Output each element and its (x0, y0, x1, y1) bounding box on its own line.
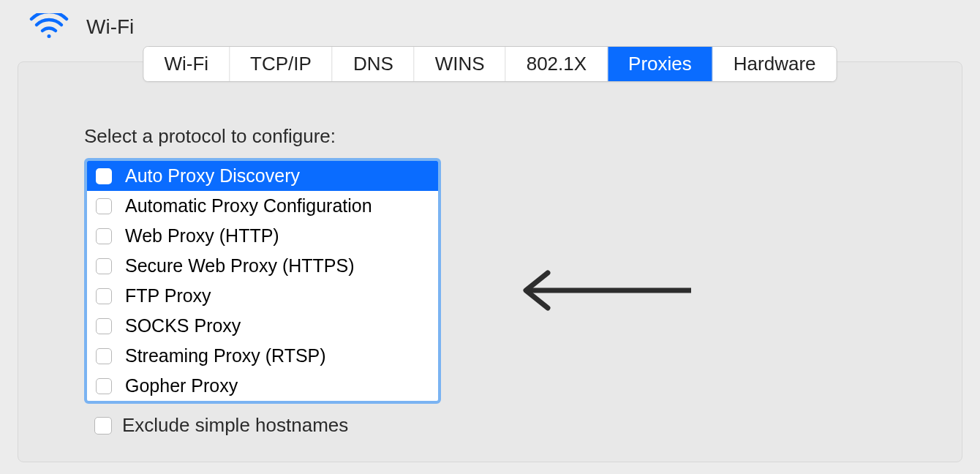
annotation-arrow-icon (516, 268, 698, 315)
tab-hardware[interactable]: Hardware (713, 47, 837, 81)
settings-panel: Wi-Fi TCP/IP DNS WINS 802.1X Proxies Har… (18, 61, 962, 462)
exclude-checkbox[interactable] (94, 417, 112, 434)
protocol-rtsp[interactable]: Streaming Proxy (RTSP) (87, 341, 438, 371)
protocol-label: Streaming Proxy (RTSP) (125, 345, 326, 366)
page-title: Wi-Fi (86, 15, 134, 39)
wifi-icon (29, 13, 69, 41)
checkbox[interactable] (96, 258, 112, 274)
protocol-gopher[interactable]: Gopher Proxy (87, 371, 438, 401)
tab-wifi[interactable]: Wi-Fi (143, 47, 230, 81)
tab-wins[interactable]: WINS (415, 47, 506, 81)
protocol-label: Auto Proxy Discovery (125, 165, 300, 187)
content: Select a protocol to configure: Auto Pro… (18, 62, 962, 451)
checkbox[interactable] (96, 348, 112, 364)
protocol-label: Secure Web Proxy (HTTPS) (125, 255, 355, 276)
tab-dns[interactable]: DNS (333, 47, 415, 81)
protocol-socks[interactable]: SOCKS Proxy (87, 311, 438, 341)
tabs: Wi-Fi TCP/IP DNS WINS 802.1X Proxies Har… (143, 46, 837, 82)
exclude-label: Exclude simple hostnames (122, 414, 348, 437)
checkbox[interactable] (96, 318, 112, 334)
protocol-https[interactable]: Secure Web Proxy (HTTPS) (87, 251, 438, 281)
protocol-label: SOCKS Proxy (125, 315, 241, 336)
protocol-label: FTP Proxy (125, 285, 211, 306)
protocol-label: Gopher Proxy (125, 375, 238, 396)
checkbox[interactable] (96, 288, 112, 304)
protocol-list: Auto Proxy Discovery Automatic Proxy Con… (84, 158, 441, 404)
checkbox[interactable] (96, 228, 112, 244)
tab-proxies[interactable]: Proxies (608, 47, 713, 81)
tab-8021x[interactable]: 802.1X (506, 47, 608, 81)
checkbox[interactable] (96, 198, 112, 214)
checkbox[interactable] (96, 378, 112, 394)
checkbox[interactable] (96, 168, 112, 184)
protocol-auto-config[interactable]: Automatic Proxy Configuration (87, 191, 438, 221)
protocol-label: Automatic Proxy Configuration (125, 195, 372, 217)
protocol-ftp[interactable]: FTP Proxy (87, 281, 438, 311)
section-label: Select a protocol to configure: (84, 125, 903, 148)
tab-tcpip[interactable]: TCP/IP (230, 47, 333, 81)
protocol-label: Web Proxy (HTTP) (125, 225, 279, 247)
exclude-hostnames-row: Exclude simple hostnames (94, 414, 903, 437)
protocol-auto-discovery[interactable]: Auto Proxy Discovery (87, 161, 438, 191)
protocol-http[interactable]: Web Proxy (HTTP) (87, 221, 438, 251)
